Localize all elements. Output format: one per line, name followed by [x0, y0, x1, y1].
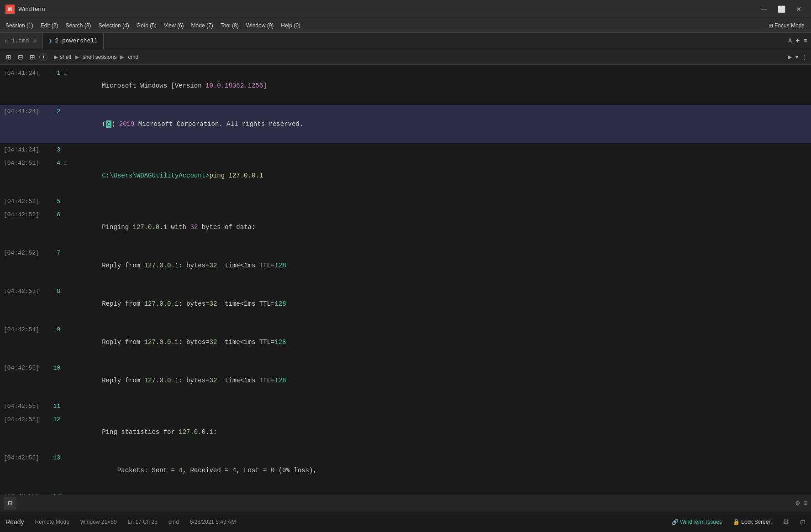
status-cursor: Ln 17 Ch 28 — [128, 519, 158, 525]
ts-13: [04:42:55] — [0, 452, 46, 464]
ts-12: [04:42:55] — [0, 413, 46, 426]
ln-12: 12 — [46, 413, 64, 426]
menu-selection[interactable]: Selection (4) — [95, 21, 132, 31]
breadcrumb-expand-icon[interactable]: ▶ — [788, 54, 792, 60]
terminal-line-9: [04:42:54] 9 Reply from 127.0.0.1: bytes… — [0, 323, 811, 361]
tab-powershell[interactable]: ❯ 2.powershell — [43, 33, 104, 49]
cmd-tab-close[interactable]: ✕ — [34, 37, 37, 44]
breadcrumb-menu-icon[interactable]: ⋮ — [802, 54, 807, 60]
ts-8: [04:42:53] — [0, 285, 46, 298]
terminal-line-8: [04:42:53] 8 Reply from 127.0.0.1: bytes… — [0, 285, 811, 323]
ln-14: 14 — [46, 490, 64, 495]
cmd-tab-icon: ⊞ — [5, 38, 9, 44]
ln-6: 6 — [46, 209, 64, 221]
settings-gear-icon[interactable]: ⚙ — [783, 517, 789, 526]
status-ready: Ready — [5, 518, 24, 526]
terminal-line-7: [04:42:52] 7 Reply from 127.0.0.1: bytes… — [0, 246, 811, 285]
ln-10: 10 — [46, 362, 64, 375]
ln-13: 13 — [46, 452, 64, 464]
tab-actions: A + ≡ — [785, 33, 811, 49]
breadcrumb-bar: ⊞ ⊟ ⊞ ℹ ▶ shell ▶ shell sessions ▶ cmd ▶… — [0, 49, 811, 65]
ln-11: 11 — [46, 400, 64, 413]
menu-goto[interactable]: Goto (5) — [133, 21, 160, 31]
lc-13: Packets: Sent = 4, Received = 4, Lost = … — [71, 451, 811, 490]
lc-1: Microsoft Windows [Version 10.0.18362.12… — [71, 67, 811, 105]
minimize-button[interactable]: — — [757, 5, 771, 14]
terminal-line-2: [04:41:24] 2 (c) 2019 Microsoft Corporat… — [0, 105, 811, 143]
split-v-button[interactable]: ⊞ — [27, 52, 37, 62]
lock-screen-button[interactable]: 🔒 Lock Screen — [733, 519, 772, 525]
ts-5: [04:42:52] — [0, 195, 46, 208]
close-button[interactable]: ✕ — [792, 5, 806, 14]
title-text: WindTerm — [18, 5, 757, 12]
terminal-line-13: [04:42:55] 13 Packets: Sent = 4, Receive… — [0, 451, 811, 490]
lc-3 — [71, 143, 811, 156]
maximize-button[interactable]: ⬜ — [774, 5, 788, 14]
terminal-line-6: [04:42:52] 6 Pinging 127.0.0.1 with 32 b… — [0, 208, 811, 246]
breadcrumb-actions: ▶ ▾ ⋮ — [788, 54, 807, 60]
expand-status-icon[interactable]: ⊡ — [800, 518, 806, 526]
lc-12: Ping statistics for 127.0.0.1: — [71, 413, 811, 451]
terminal-line-14: [04:42:55] 14 Approximate round trip tim… — [0, 490, 811, 495]
lc-8: Reply from 127.0.0.1: bytes=32 time<1ms … — [71, 285, 811, 323]
bc-arrow: ▶ — [54, 54, 58, 60]
bc-sep-2: ▶ — [120, 54, 124, 60]
ts-14: [04:42:55] — [0, 490, 46, 495]
tab-menu-button[interactable]: ≡ — [804, 37, 807, 45]
cmd-tab-label: 1.cmd — [11, 37, 29, 44]
split-h-button[interactable]: ⊟ — [16, 52, 26, 62]
app-icon: W — [5, 5, 15, 14]
terminal-line-3: [04:41:24] 3 — [0, 143, 811, 156]
menu-session[interactable]: Session (1) — [2, 21, 37, 31]
panel-expand-icon[interactable]: ⊡ — [804, 499, 807, 507]
windterm-issues-link[interactable]: 🔗 WindTerm Issues — [672, 519, 722, 525]
breadcrumb-down-icon[interactable]: ▾ — [795, 54, 798, 60]
ln-4: 4 — [46, 157, 64, 170]
info-button[interactable]: ℹ — [39, 53, 47, 61]
ts-10: [04:42:55] — [0, 362, 46, 375]
menu-view[interactable]: View (6) — [160, 21, 188, 31]
ln-9: 9 — [46, 323, 64, 336]
terminal-line-1: [04:41:24] 1 □ Microsoft Windows [Versio… — [0, 67, 811, 105]
menu-search[interactable]: Search (3) — [62, 21, 95, 31]
status-bar: Ready Remote Mode Window 21×89 Ln 17 Ch … — [0, 511, 811, 532]
terminal-line-4: [04:42:51] 4 □ C:\Users\WDAGUtilityAccou… — [0, 156, 811, 195]
panel-terminal-icon[interactable]: ⊟ — [4, 497, 16, 510]
lc-4: C:\Users\WDAGUtilityAccount>ping 127.0.0… — [71, 156, 811, 195]
menu-help[interactable]: Help (0) — [277, 21, 304, 31]
new-tab-button[interactable]: + — [795, 37, 800, 45]
ts-1: [04:41:24] — [0, 67, 46, 80]
ts-11: [04:42:55] — [0, 400, 46, 413]
ln-1: 1 — [46, 67, 64, 80]
menu-window[interactable]: Window (9) — [242, 21, 278, 31]
breadcrumb-shell-sessions[interactable]: shell sessions — [83, 54, 117, 60]
terminal-line-5: [04:42:52] 5 — [0, 195, 811, 208]
panel-settings-icon[interactable]: ⚙ — [795, 499, 800, 508]
focus-mode-button[interactable]: ⊞ Focus Mode — [764, 21, 809, 31]
menu-tool[interactable]: Tool (8) — [217, 21, 242, 31]
status-datetime: 6/28/2021 5:49 AM — [190, 519, 236, 525]
lc-9: Reply from 127.0.0.1: bytes=32 time<1ms … — [71, 323, 811, 361]
ts-6: [04:42:52] — [0, 209, 46, 221]
breadcrumb-shell[interactable]: shell — [60, 54, 71, 60]
ts-4: [04:42:51] — [0, 157, 46, 170]
lc-14: Approximate round trip times in milli-se… — [71, 490, 811, 495]
new-session-button[interactable]: ⊞ — [4, 52, 14, 62]
terminal-area[interactable]: [04:41:24] 1 □ Microsoft Windows [Versio… — [0, 65, 811, 495]
tab-cmd[interactable]: ⊞ 1.cmd ✕ — [0, 33, 43, 49]
title-bar: W WindTerm — ⬜ ✕ — [0, 0, 811, 18]
terminal-line-10: [04:42:55] 10 Reply from 127.0.0.1: byte… — [0, 361, 811, 400]
font-size-icon[interactable]: A — [788, 37, 792, 44]
ts-2: [04:41:24] — [0, 105, 46, 118]
bc-sep-1: ▶ — [75, 54, 79, 60]
menu-edit[interactable]: Edit (2) — [37, 21, 62, 31]
breadcrumb-cmd[interactable]: cmd — [128, 54, 138, 60]
ts-3: [04:41:24] — [0, 144, 46, 156]
menu-mode[interactable]: Mode (7) — [188, 21, 217, 31]
ln-3: 3 — [46, 144, 64, 156]
menu-bar: Session (1) Edit (2) Search (3) Selectio… — [0, 18, 811, 33]
fold-4: □ — [64, 157, 71, 170]
ln-7: 7 — [46, 247, 64, 260]
bottom-panel: ⊟ ⚙ ⊡ — [0, 495, 811, 511]
lc-10: Reply from 127.0.0.1: bytes=32 time<1ms … — [71, 361, 811, 400]
